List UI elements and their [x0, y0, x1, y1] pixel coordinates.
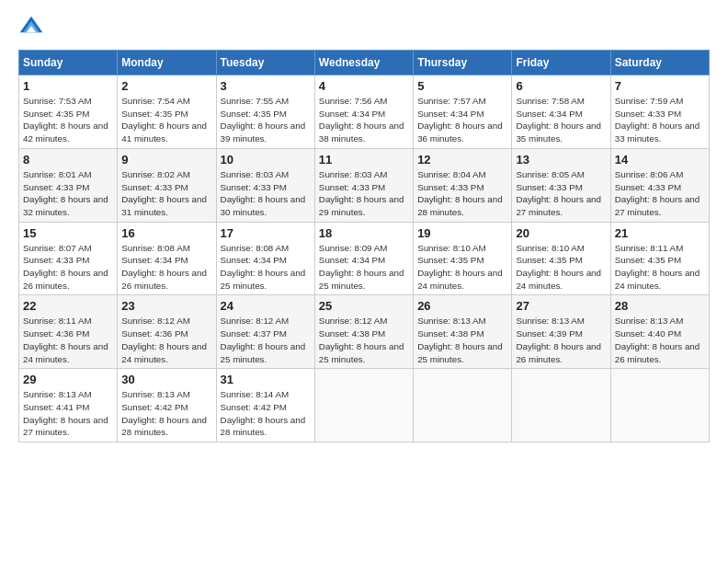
day-of-week-header: Monday — [118, 51, 216, 75]
calendar-cell: 22Sunrise: 8:11 AMSunset: 4:36 PMDayligh… — [19, 295, 118, 369]
calendar-cell: 3Sunrise: 7:55 AMSunset: 4:35 PMDaylight… — [216, 75, 314, 149]
calendar-cell: 15Sunrise: 8:07 AMSunset: 4:33 PMDayligh… — [19, 222, 118, 295]
day-number: 30 — [121, 373, 211, 386]
day-number: 5 — [417, 79, 507, 93]
header — [18, 15, 710, 40]
logo — [18, 15, 46, 40]
day-info: Sunrise: 8:04 AMSunset: 4:33 PMDaylight:… — [417, 168, 507, 219]
day-info: Sunrise: 8:08 AMSunset: 4:34 PMDaylight:… — [221, 242, 311, 293]
day-info: Sunrise: 7:54 AMSunset: 4:35 PMDaylight:… — [121, 95, 211, 145]
calendar-week-row: 15Sunrise: 8:07 AMSunset: 4:33 PMDayligh… — [19, 222, 710, 295]
day-number: 12 — [417, 153, 507, 167]
day-info: Sunrise: 8:14 AMSunset: 4:42 PMDaylight:… — [221, 388, 311, 439]
day-number: 24 — [221, 299, 311, 313]
day-info: Sunrise: 8:05 AMSunset: 4:33 PMDaylight:… — [516, 168, 606, 219]
calendar-cell: 13Sunrise: 8:05 AMSunset: 4:33 PMDayligh… — [512, 148, 610, 222]
day-info: Sunrise: 8:07 AMSunset: 4:33 PMDaylight:… — [23, 242, 113, 293]
day-info: Sunrise: 8:12 AMSunset: 4:38 PMDaylight:… — [319, 315, 409, 365]
day-number: 4 — [319, 79, 409, 93]
day-info: Sunrise: 8:03 AMSunset: 4:33 PMDaylight:… — [221, 168, 311, 219]
day-info: Sunrise: 8:10 AMSunset: 4:35 PMDaylight:… — [516, 242, 606, 293]
calendar-week-row: 1Sunrise: 7:53 AMSunset: 4:35 PMDaylight… — [19, 75, 710, 149]
day-of-week-header: Wednesday — [314, 51, 413, 75]
calendar-cell: 5Sunrise: 7:57 AMSunset: 4:34 PMDaylight… — [414, 75, 512, 149]
calendar-body: 1Sunrise: 7:53 AMSunset: 4:35 PMDaylight… — [19, 75, 710, 442]
day-info: Sunrise: 8:09 AMSunset: 4:34 PMDaylight:… — [319, 242, 409, 293]
day-number: 2 — [121, 79, 211, 93]
day-info: Sunrise: 7:56 AMSunset: 4:34 PMDaylight:… — [319, 95, 409, 145]
calendar-cell: 19Sunrise: 8:10 AMSunset: 4:35 PMDayligh… — [414, 222, 512, 295]
day-info: Sunrise: 8:12 AMSunset: 4:36 PMDaylight:… — [121, 315, 211, 365]
day-number: 13 — [516, 153, 606, 167]
header-row: SundayMondayTuesdayWednesdayThursdayFrid… — [19, 51, 710, 75]
calendar-cell: 8Sunrise: 8:01 AMSunset: 4:33 PMDaylight… — [19, 148, 118, 222]
calendar-week-row: 22Sunrise: 8:11 AMSunset: 4:36 PMDayligh… — [19, 295, 710, 369]
day-info: Sunrise: 7:53 AMSunset: 4:35 PMDaylight:… — [23, 95, 113, 145]
calendar-cell: 11Sunrise: 8:03 AMSunset: 4:33 PMDayligh… — [314, 148, 413, 222]
calendar-cell: 1Sunrise: 7:53 AMSunset: 4:35 PMDaylight… — [19, 75, 118, 149]
calendar-week-row: 29Sunrise: 8:13 AMSunset: 4:41 PMDayligh… — [19, 369, 710, 442]
calendar-cell: 25Sunrise: 8:12 AMSunset: 4:38 PMDayligh… — [314, 295, 413, 369]
day-info: Sunrise: 8:13 AMSunset: 4:38 PMDaylight:… — [417, 315, 507, 365]
day-number: 26 — [417, 299, 507, 313]
day-number: 3 — [221, 79, 311, 93]
calendar-cell: 31Sunrise: 8:14 AMSunset: 4:42 PMDayligh… — [216, 369, 314, 442]
calendar-table: SundayMondayTuesdayWednesdayThursdayFrid… — [18, 50, 710, 442]
calendar-header: SundayMondayTuesdayWednesdayThursdayFrid… — [19, 51, 710, 75]
day-number: 22 — [23, 299, 113, 313]
day-number: 14 — [615, 153, 705, 167]
day-info: Sunrise: 7:58 AMSunset: 4:34 PMDaylight:… — [516, 95, 606, 145]
calendar-cell: 4Sunrise: 7:56 AMSunset: 4:34 PMDaylight… — [314, 75, 413, 149]
calendar-cell: 29Sunrise: 8:13 AMSunset: 4:41 PMDayligh… — [19, 369, 118, 442]
calendar-cell: 23Sunrise: 8:12 AMSunset: 4:36 PMDayligh… — [118, 295, 216, 369]
day-info: Sunrise: 7:57 AMSunset: 4:34 PMDaylight:… — [417, 95, 507, 145]
day-number: 1 — [23, 79, 113, 93]
day-info: Sunrise: 8:13 AMSunset: 4:40 PMDaylight:… — [615, 315, 705, 365]
day-number: 6 — [516, 79, 606, 93]
day-info: Sunrise: 8:13 AMSunset: 4:39 PMDaylight:… — [516, 315, 606, 365]
calendar-cell: 24Sunrise: 8:12 AMSunset: 4:37 PMDayligh… — [216, 295, 314, 369]
calendar-cell — [414, 369, 512, 442]
calendar-week-row: 8Sunrise: 8:01 AMSunset: 4:33 PMDaylight… — [19, 148, 710, 222]
day-info: Sunrise: 7:59 AMSunset: 4:33 PMDaylight:… — [615, 95, 705, 145]
day-number: 17 — [221, 226, 311, 240]
day-number: 11 — [319, 153, 409, 167]
calendar-cell: 10Sunrise: 8:03 AMSunset: 4:33 PMDayligh… — [216, 148, 314, 222]
day-number: 21 — [615, 226, 705, 240]
calendar-cell: 18Sunrise: 8:09 AMSunset: 4:34 PMDayligh… — [314, 222, 413, 295]
day-info: Sunrise: 8:13 AMSunset: 4:41 PMDaylight:… — [23, 388, 113, 439]
calendar-cell: 14Sunrise: 8:06 AMSunset: 4:33 PMDayligh… — [610, 148, 709, 222]
calendar-cell: 28Sunrise: 8:13 AMSunset: 4:40 PMDayligh… — [610, 295, 709, 369]
page: SundayMondayTuesdayWednesdayThursdayFrid… — [0, 0, 728, 454]
day-of-week-header: Sunday — [19, 51, 118, 75]
calendar-cell: 17Sunrise: 8:08 AMSunset: 4:34 PMDayligh… — [216, 222, 314, 295]
day-info: Sunrise: 8:08 AMSunset: 4:34 PMDaylight:… — [121, 242, 211, 293]
day-number: 10 — [221, 153, 311, 167]
calendar-cell: 21Sunrise: 8:11 AMSunset: 4:35 PMDayligh… — [610, 222, 709, 295]
day-of-week-header: Tuesday — [216, 51, 314, 75]
day-number: 19 — [417, 226, 507, 240]
calendar-cell — [314, 369, 413, 442]
day-of-week-header: Thursday — [414, 51, 512, 75]
day-info: Sunrise: 8:01 AMSunset: 4:33 PMDaylight:… — [23, 168, 113, 219]
calendar-cell: 26Sunrise: 8:13 AMSunset: 4:38 PMDayligh… — [414, 295, 512, 369]
day-number: 9 — [121, 153, 211, 167]
day-info: Sunrise: 7:55 AMSunset: 4:35 PMDaylight:… — [221, 95, 311, 145]
day-number: 20 — [516, 226, 606, 240]
day-number: 29 — [23, 373, 113, 386]
calendar-cell — [610, 369, 709, 442]
day-number: 16 — [121, 226, 211, 240]
calendar-cell: 2Sunrise: 7:54 AMSunset: 4:35 PMDaylight… — [118, 75, 216, 149]
calendar-cell: 27Sunrise: 8:13 AMSunset: 4:39 PMDayligh… — [512, 295, 610, 369]
calendar-cell: 7Sunrise: 7:59 AMSunset: 4:33 PMDaylight… — [610, 75, 709, 149]
calendar-cell — [512, 369, 610, 442]
day-number: 31 — [221, 373, 311, 386]
day-of-week-header: Saturday — [610, 51, 709, 75]
day-number: 28 — [615, 299, 705, 313]
day-info: Sunrise: 8:02 AMSunset: 4:33 PMDaylight:… — [121, 168, 211, 219]
day-number: 18 — [319, 226, 409, 240]
day-number: 25 — [319, 299, 409, 313]
calendar-cell: 12Sunrise: 8:04 AMSunset: 4:33 PMDayligh… — [414, 148, 512, 222]
day-number: 23 — [121, 299, 211, 313]
day-info: Sunrise: 8:13 AMSunset: 4:42 PMDaylight:… — [121, 388, 211, 439]
